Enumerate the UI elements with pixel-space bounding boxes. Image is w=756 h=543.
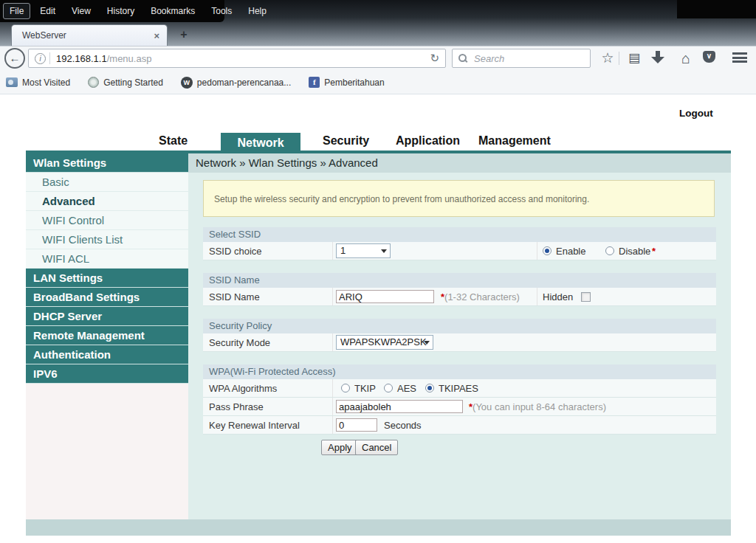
chevron-down-icon bbox=[424, 341, 430, 345]
reload-icon[interactable]: ↻ bbox=[430, 52, 439, 65]
sidebar-item-basic[interactable]: Basic bbox=[26, 173, 188, 192]
hint-text: (1-32 Characters) bbox=[444, 291, 520, 302]
pass-phrase-hint: *(You can input 8-64 characters) bbox=[469, 398, 606, 416]
bookmarks-bar: Most Visited Getting Started W pedoman-p… bbox=[0, 71, 756, 94]
menu-tools[interactable]: Tools bbox=[205, 3, 238, 19]
tab-application[interactable]: Application bbox=[396, 134, 460, 148]
sidebar-item-remote-management[interactable]: Remote Management bbox=[26, 326, 188, 345]
row-security-mode: Security Mode WPAPSKWPA2PSK bbox=[203, 333, 716, 352]
sidebar-item-wifi-acl[interactable]: WIFI ACL bbox=[26, 249, 188, 269]
column-divider bbox=[332, 288, 333, 305]
row-pass-phrase: Pass Phrase *(You can input 8-64 charact… bbox=[203, 398, 716, 416]
globe-icon bbox=[88, 77, 99, 88]
sidebar-item-ipv6[interactable]: IPV6 bbox=[26, 364, 188, 384]
hidden-checkbox[interactable] bbox=[581, 292, 591, 302]
column-divider bbox=[332, 398, 333, 415]
sidebar-item-wlan-settings[interactable]: Wlan Settings bbox=[26, 153, 188, 173]
pocket-icon[interactable]: ∨ bbox=[703, 51, 715, 63]
ssid-choice-label: SSID choice bbox=[209, 242, 262, 260]
browser-tab-webserver[interactable]: WebServer × bbox=[11, 24, 168, 46]
tab-title: WebServer bbox=[22, 30, 66, 41]
back-button[interactable]: ← bbox=[4, 48, 25, 69]
page-body: Logout State Network Security Applicatio… bbox=[0, 94, 756, 543]
column-divider bbox=[332, 416, 333, 434]
menu-bookmarks[interactable]: Bookmarks bbox=[144, 3, 202, 19]
menu-file[interactable]: File bbox=[3, 3, 30, 19]
downloads-icon[interactable] bbox=[651, 51, 664, 65]
ssid-choice-value: 1 bbox=[340, 245, 346, 256]
section-wpa: WPA(Wi-Fi Protected Access) bbox=[203, 364, 716, 379]
most-visited-icon bbox=[6, 77, 18, 87]
address-bar[interactable]: i 192.168.1.1 /menu.asp ↻ bbox=[28, 49, 446, 68]
row-wpa-algorithms: WPA Algorithms TKIP AES TKIPAES bbox=[203, 379, 716, 398]
sidebar-item-advanced[interactable]: Advanced bbox=[26, 192, 188, 211]
home-icon[interactable]: ⌂ bbox=[676, 49, 695, 68]
menu-edit[interactable]: Edit bbox=[33, 3, 62, 19]
window-chrome: File Edit View History Bookmarks Tools H… bbox=[0, 0, 756, 46]
sidebar-item-lan-settings[interactable]: LAN Settings bbox=[26, 269, 188, 288]
row-ssid-name: SSID Name *(1-32 Characters) Hidden bbox=[203, 288, 716, 306]
toolbar-divider bbox=[619, 52, 619, 65]
aes-radio[interactable] bbox=[384, 384, 393, 392]
reading-list-icon[interactable]: ▤ bbox=[625, 49, 644, 68]
tkipaes-radio[interactable] bbox=[425, 384, 434, 392]
sidebar-item-authentication[interactable]: Authentication bbox=[26, 345, 188, 364]
facebook-icon: f bbox=[309, 77, 320, 88]
column-divider bbox=[537, 288, 537, 305]
search-bar[interactable] bbox=[452, 49, 591, 68]
security-mode-select[interactable]: WPAPSKWPA2PSK bbox=[336, 335, 433, 350]
notice-box: Setup the wireless security and encrypti… bbox=[203, 180, 715, 217]
enable-label: Enable bbox=[556, 242, 585, 260]
section-ssid-name: SSID Name bbox=[203, 273, 716, 288]
tab-state[interactable]: State bbox=[159, 134, 188, 148]
bookmark-getting-started[interactable]: Getting Started bbox=[88, 77, 163, 88]
logout-link[interactable]: Logout bbox=[679, 108, 713, 119]
sidebar-item-dhcp-server[interactable]: DHCP Server bbox=[26, 307, 188, 326]
ssid-name-input[interactable] bbox=[336, 290, 434, 303]
enable-radio[interactable] bbox=[543, 246, 551, 255]
browser-menubar: File Edit View History Bookmarks Tools H… bbox=[3, 3, 273, 19]
sidebar-item-wifi-control[interactable]: WIFI Control bbox=[26, 211, 188, 230]
bookmark-most-visited[interactable]: Most Visited bbox=[6, 77, 70, 88]
row-ssid-choice: SSID choice 1 Enable Disable * bbox=[203, 242, 716, 260]
disable-radio[interactable] bbox=[605, 246, 614, 255]
sidebar: Wlan Settings Basic Advanced WIFI Contro… bbox=[26, 153, 188, 519]
column-divider bbox=[332, 333, 333, 351]
security-mode-label: Security Mode bbox=[209, 333, 270, 352]
ssid-choice-select[interactable]: 1 bbox=[336, 243, 391, 258]
tab-management[interactable]: Management bbox=[478, 134, 551, 148]
titlebar-corner bbox=[677, 0, 756, 18]
search-input[interactable] bbox=[472, 52, 579, 65]
cancel-button[interactable]: Cancel bbox=[355, 440, 398, 455]
column-divider bbox=[537, 242, 537, 260]
hamburger-menu-icon[interactable] bbox=[732, 52, 747, 63]
required-asterisk: * bbox=[652, 242, 656, 260]
key-renewal-label: Key Renewal Interval bbox=[209, 416, 300, 435]
search-icon bbox=[458, 53, 469, 63]
menu-history[interactable]: History bbox=[100, 3, 141, 19]
tab-security[interactable]: Security bbox=[323, 134, 369, 148]
bookmark-pemberitahuan[interactable]: f Pemberitahuan bbox=[309, 77, 384, 88]
key-renewal-input[interactable] bbox=[336, 418, 377, 432]
bookmark-pedoman[interactable]: W pedoman-perencanaa... bbox=[181, 77, 291, 89]
site-info-icon[interactable]: i bbox=[35, 53, 46, 64]
menu-help[interactable]: Help bbox=[241, 3, 273, 19]
disable-label: Disable bbox=[619, 242, 650, 260]
hint-text: (You can input 8-64 characters) bbox=[472, 401, 606, 412]
bookmark-label: Pemberitahuan bbox=[324, 77, 384, 88]
pass-phrase-input[interactable] bbox=[336, 400, 463, 413]
bookmark-star-icon[interactable]: ☆ bbox=[598, 49, 617, 68]
new-tab-button[interactable]: + bbox=[174, 27, 193, 43]
aes-label: AES bbox=[397, 379, 416, 398]
url-path: /menu.asp bbox=[107, 53, 152, 64]
main-content: Setup the wireless security and encrypti… bbox=[188, 173, 731, 519]
tkip-radio[interactable] bbox=[341, 384, 350, 392]
bookmark-label: Getting Started bbox=[103, 77, 163, 88]
menu-view[interactable]: View bbox=[65, 3, 97, 19]
chevron-down-icon bbox=[381, 249, 387, 253]
apply-button[interactable]: Apply bbox=[321, 440, 359, 455]
section-select-ssid: Select SSID bbox=[203, 227, 716, 242]
sidebar-item-broadband-settings[interactable]: BroadBand Settings bbox=[26, 288, 188, 307]
sidebar-item-wifi-clients-list[interactable]: WIFI Clients List bbox=[26, 230, 188, 249]
tab-close-icon[interactable]: × bbox=[154, 30, 159, 41]
